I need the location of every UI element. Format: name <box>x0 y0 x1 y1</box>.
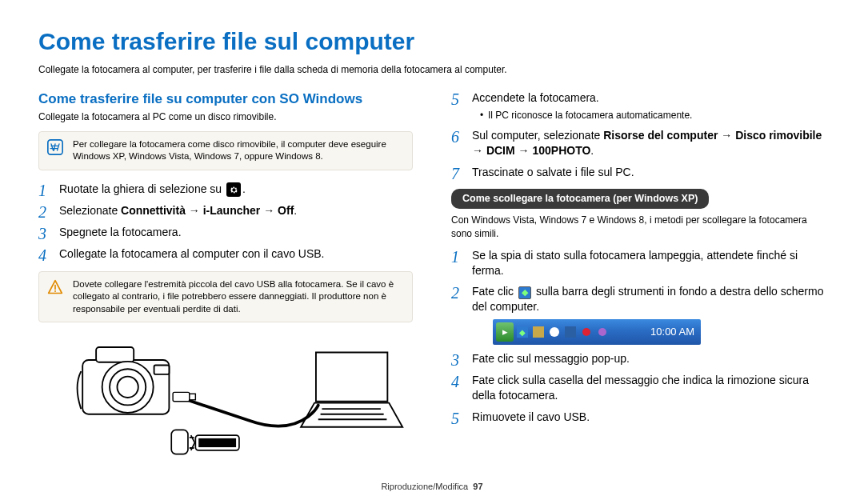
content-columns: Come trasferire file su computer con SO … <box>38 90 826 462</box>
step-6-text-a: Sul computer, selezionate <box>472 129 603 142</box>
svg-rect-14 <box>171 430 188 454</box>
note-box: Per collegare la fotocamera come disco r… <box>38 131 413 170</box>
dstep-2-text-a: Fate clic <box>472 285 517 298</box>
note-text: Per collegare la fotocamera come disco r… <box>73 139 386 162</box>
step-7: Trascinate o salvate i file sul PC. <box>451 165 826 180</box>
disconnect-heading-pill: Come scollegare la fotocamera (per Windo… <box>451 189 709 209</box>
step-6: Sul computer, selezionate Risorse del co… <box>451 128 826 158</box>
svg-point-24 <box>598 328 606 336</box>
svg-rect-12 <box>173 393 190 402</box>
step-2: Selezionate Connettività → i-Launcher → … <box>38 203 413 218</box>
page-footer: Riproduzione/Modifica 97 <box>0 481 864 493</box>
step-5-text: Accendete la fotocamera. <box>472 91 599 104</box>
dstep-5: Rimuovete il cavo USB. <box>451 410 826 425</box>
tray-icon-3 <box>548 326 561 338</box>
steps-disconnect: Se la spia di stato sulla fotocamera lam… <box>451 248 826 425</box>
steps-continue: Accendete la fotocamera. Il PC riconosce… <box>451 90 826 180</box>
footer-section: Riproduzione/Modifica <box>381 482 468 491</box>
step-6-text-c: . <box>590 144 594 157</box>
warning-text: Dovete collegare l'estremità piccola del… <box>73 279 394 314</box>
step-2-bold: Connettività → i-Launcher → Off <box>121 204 294 217</box>
taskbar-time: 10:00 AM <box>650 325 694 339</box>
svg-rect-8 <box>154 366 170 374</box>
footer-page-number: 97 <box>473 482 482 491</box>
tray-icon-2 <box>532 326 545 338</box>
step-3: Spegnete la fotocamera. <box>38 225 413 240</box>
step-4: Collegate la fotocamera al computer con … <box>38 246 413 262</box>
warning-box: Dovete collegare l'estremità piccola del… <box>38 271 413 323</box>
disconnect-subtext: Con Windows Vista, Windows 7 e Windows 8… <box>451 214 826 239</box>
svg-rect-13 <box>190 394 196 401</box>
step-5-bullets: Il PC riconosce la fotocamera automatica… <box>472 109 826 122</box>
start-button-icon: ▸ <box>496 322 514 342</box>
tray-icon-6 <box>596 326 609 338</box>
svg-rect-22 <box>565 326 576 338</box>
step-1-text-b: . <box>242 182 246 195</box>
left-column: Come trasferire file su computer con SO … <box>38 90 413 462</box>
taskbar-illustration: ▸ ◆ 10:00 AM <box>493 319 701 345</box>
warning-icon <box>47 279 63 295</box>
gear-icon <box>226 182 241 197</box>
left-subheading: Collegate la fotocamera al PC come un di… <box>38 110 413 123</box>
connection-illustration: SAMSUNG <box>38 334 413 462</box>
tray-icon-5 <box>580 326 593 338</box>
note-icon <box>47 139 63 155</box>
step-1-text-a: Ruotate la ghiera di selezione su <box>59 182 225 195</box>
left-heading: Come trasferire file su computer con SO … <box>38 90 413 109</box>
tray-icon-4 <box>564 326 577 338</box>
svg-rect-4 <box>96 347 134 362</box>
safely-remove-icon: ◆ <box>518 286 531 299</box>
dstep-1: Se la spia di stato sulla fotocamera lam… <box>451 248 826 278</box>
dstep-3: Fate clic sul messaggio pop-up. <box>451 351 826 366</box>
dstep-2: Fate clic ◆ sulla barra degli strumenti … <box>451 284 826 345</box>
svg-text:◆: ◆ <box>519 328 526 337</box>
svg-rect-0 <box>48 140 62 154</box>
step-5-bullet-1: Il PC riconosce la fotocamera automatica… <box>480 109 826 122</box>
svg-text:SAMSUNG: SAMSUNG <box>204 442 230 447</box>
tray-icon-1: ◆ <box>516 326 529 338</box>
steps-connect: Ruotate la ghiera di selezione su . Sele… <box>38 182 413 262</box>
dstep-4: Fate click sulla casella del messaggio c… <box>451 373 826 403</box>
svg-point-21 <box>550 327 559 337</box>
svg-rect-20 <box>533 326 544 338</box>
svg-point-7 <box>117 377 138 398</box>
page-title: Come trasferire file sul computer <box>38 26 826 58</box>
svg-point-2 <box>54 290 56 292</box>
step-1: Ruotate la ghiera di selezione su . <box>38 182 413 197</box>
right-column: Accendete la fotocamera. Il PC riconosce… <box>451 90 826 462</box>
step-2-text-a: Selezionate <box>59 204 121 217</box>
step-2-text-c: . <box>294 204 297 217</box>
page-intro: Collegate la fotocamera al computer, per… <box>38 63 826 76</box>
svg-point-23 <box>582 328 590 336</box>
step-5: Accendete la fotocamera. Il PC riconosce… <box>451 90 826 122</box>
